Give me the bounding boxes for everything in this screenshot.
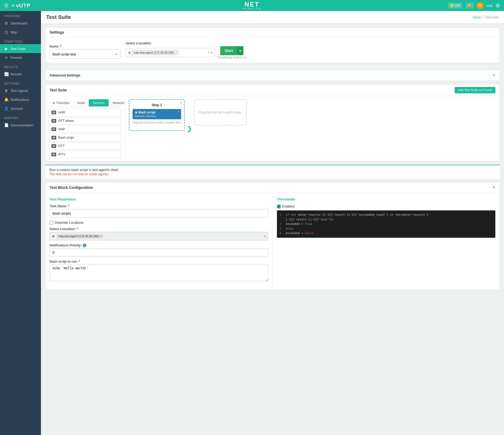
test-tile-monitor-icon: 🖥 xyxy=(135,111,137,114)
override-locations-checkbox[interactable] xyxy=(50,221,53,225)
breadcrumb-current: Test Suite xyxy=(485,15,499,19)
code-line-1: 1 if not data['results'][-1]['result'][-… xyxy=(280,213,493,217)
tile-list: HAR OTT stress VoIP Bash script xyxy=(49,109,121,158)
start-caret-button[interactable]: ▾ xyxy=(237,46,243,55)
tab-favorites[interactable]: ★ Favorites xyxy=(49,99,73,106)
ott-stress-monitor-icon xyxy=(51,119,56,123)
sidebar-item-dashboard[interactable]: ⊞ Dashboard xyxy=(0,19,41,28)
enabled-label: Enabled xyxy=(282,204,295,208)
test-tile-bash[interactable]: × 🖥 Bash script Services: Services xyxy=(133,109,181,119)
location-dropdown-icon[interactable]: ▾ xyxy=(211,51,213,55)
sidebar-item-results[interactable]: 📈 Results xyxy=(0,70,41,79)
task-name-group: Task Name: * xyxy=(50,204,268,218)
tile-tabs: ★ Favorites Node Services Network xyxy=(49,99,121,107)
sidebar: OVERVIEW ⊞ Dashboard ◫ Map START TEST ▶ … xyxy=(0,11,41,435)
brand-logo: ✦ vUTP xyxy=(12,3,30,9)
advanced-expand-icon[interactable]: + xyxy=(492,72,495,78)
sidebar-label-overview: OVERVIEW xyxy=(0,11,41,19)
list-item[interactable]: Bash script xyxy=(49,134,121,141)
start-button-group: Start ▾ *monitoring mode is on xyxy=(217,46,247,59)
config-location-dropdown-icon[interactable]: ▾ xyxy=(264,234,266,238)
page-header: Test Suite Home / Test Suite xyxy=(41,11,504,24)
test-params-title: Test Parameters xyxy=(50,197,268,201)
list-item[interactable]: IPTV xyxy=(49,151,121,158)
threshold-code-block: 1 if not data['results'][-1]['result'][-… xyxy=(277,210,496,238)
name-input[interactable] xyxy=(50,50,113,59)
sidebar-item-label: Documentation xyxy=(10,123,33,127)
step-1-close-icon[interactable]: × xyxy=(180,101,182,105)
config-section: Test Block Configuration × Test Paramete… xyxy=(45,182,500,290)
net-logo: NET RESULTS xyxy=(243,1,261,10)
start-button[interactable]: Start xyxy=(220,46,237,55)
enabled-row: Enabled xyxy=(277,204,496,208)
add-preset-button[interactable]: Add Test Suite as Preset xyxy=(455,87,495,93)
sidebar-label-settings: SETTINGS xyxy=(0,79,41,86)
advanced-settings-header[interactable]: Advanced Settings + xyxy=(45,70,500,81)
location-tag-close-icon[interactable]: × xyxy=(175,51,177,54)
list-item[interactable]: VoIP xyxy=(49,126,121,133)
override-locations-label: Override Locations xyxy=(55,221,83,225)
tab-services[interactable]: Services xyxy=(89,99,109,106)
config-location-tag-box[interactable]: 🖥 vutp-test-agent (172.30.30.245) × ▾ xyxy=(50,232,268,240)
sidebar-item-notifications[interactable]: 🔔 Notifications xyxy=(0,95,41,104)
bash-monitor-icon xyxy=(51,136,56,139)
test-suite-header: Test Suite Add Test Suite as Preset xyxy=(45,84,500,96)
tile-iptv-label: IPTV xyxy=(58,153,65,156)
location-select-actions: × ▾ xyxy=(208,51,213,55)
step-arrow-icon: ❯ xyxy=(187,125,192,132)
avatar[interactable]: R xyxy=(477,2,484,9)
tab-node[interactable]: Node xyxy=(73,99,89,106)
sidebar-item-label: Test Suite xyxy=(10,47,25,51)
select-location-group: Select a location: * 🖥 vutp-test-agent (… xyxy=(50,227,268,240)
enabled-checkbox[interactable] xyxy=(277,205,281,208)
code-line-1b: [-1]['result'][-1]['list']): xyxy=(280,217,493,222)
config-location-monitor-icon: 🖥 xyxy=(52,235,55,238)
config-title: Test Block Configuration xyxy=(50,185,93,190)
config-location-tag-text: vutp-test-agent (172.30.30.245) xyxy=(58,235,99,238)
test-tile-close-icon[interactable]: × xyxy=(178,110,180,113)
sidebar-item-presets[interactable]: ≡ Presets xyxy=(0,53,41,62)
description-sub: This test can be run only on onsite agen… xyxy=(49,172,496,176)
test-suite-title: Test Suite xyxy=(50,88,67,92)
list-item[interactable]: OTT xyxy=(49,142,121,150)
sidebar-item-documentation[interactable]: 📄 Documentation xyxy=(0,121,41,130)
description-bar: Run a custom bash script in test agent's… xyxy=(45,165,500,179)
config-close-icon[interactable]: × xyxy=(492,185,495,190)
sidebar-item-account[interactable]: 👤 Account xyxy=(0,104,41,113)
app-body: OVERVIEW ⊞ Dashboard ◫ Map START TEST ▶ … xyxy=(0,11,504,435)
hamburger-icon[interactable]: ☰ xyxy=(4,3,8,8)
override-locations-row: Override Locations xyxy=(50,221,268,225)
list-item[interactable]: HAR xyxy=(49,109,121,116)
list-item[interactable]: OTT stress xyxy=(49,117,121,125)
name-check-icon: ✓ xyxy=(113,50,120,59)
coins-icon[interactable]: 🪙 100 xyxy=(448,3,462,8)
clear-location-icon[interactable]: × xyxy=(208,51,210,55)
priority-input[interactable] xyxy=(50,248,268,257)
advanced-settings-card: Advanced Settings + xyxy=(45,70,500,81)
task-name-input[interactable] xyxy=(50,209,268,218)
account-icon: 👤 xyxy=(4,106,8,111)
map-icon: ◫ xyxy=(4,30,8,34)
priority-group: Notifications Priority: i xyxy=(50,244,268,257)
sidebar-item-test-suite[interactable]: ▶ Test Suite xyxy=(0,44,41,53)
priority-info-icon[interactable]: i xyxy=(83,244,86,247)
dashboard-icon: ⊞ xyxy=(4,21,8,25)
tile-har-label: HAR xyxy=(58,111,65,114)
sidebar-item-test-agents[interactable]: 🖥 Test Agents xyxy=(0,86,41,95)
breadcrumb-home[interactable]: Home xyxy=(472,15,481,19)
config-location-tag-close[interactable]: × xyxy=(100,235,101,238)
advanced-settings-title: Advanced Settings xyxy=(50,73,80,77)
location-monitor-icon: 🖥 xyxy=(128,51,131,54)
power-icon[interactable]: ⏻ xyxy=(496,3,500,8)
bash-script-input[interactable]: echo 'Hello world!' xyxy=(50,265,268,281)
sidebar-item-map[interactable]: ◫ Map xyxy=(0,28,41,37)
tile-ottstress-label: OTT stress xyxy=(58,119,74,123)
sidebar-item-label: Test Agents xyxy=(10,89,28,93)
star-icon: ★ xyxy=(52,101,55,105)
step-1-box: Step 1 × × 🖥 Bash script Services: Servi… xyxy=(129,99,185,131)
location-select-box[interactable]: 🖥 vutp-test-agent (172.30.30.245) × × ▾ xyxy=(126,48,215,57)
coin-symbol: 🪙 xyxy=(450,4,454,7)
avatar-initials: R xyxy=(479,4,481,7)
task-name-label: Task Name: * xyxy=(50,204,268,208)
notification-button[interactable]: 🔔 xyxy=(465,3,474,8)
